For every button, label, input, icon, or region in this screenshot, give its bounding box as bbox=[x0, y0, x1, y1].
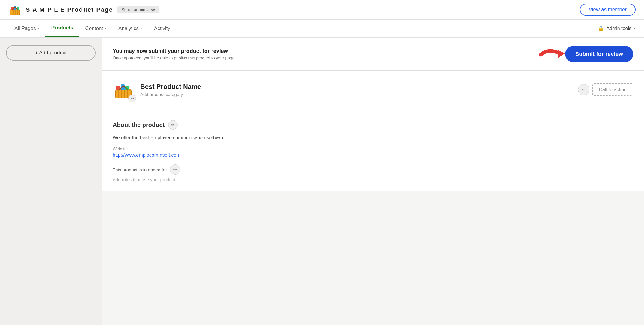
main-layout: + Add product You may now submit your pr… bbox=[0, 38, 644, 325]
admin-badge: Super admin view bbox=[117, 6, 159, 13]
product-card: ✏ Best Product Name Add product category… bbox=[102, 71, 644, 109]
svg-marker-8 bbox=[558, 50, 565, 58]
nav-item-products[interactable]: Products bbox=[45, 20, 79, 37]
website-label: Website bbox=[113, 146, 633, 151]
review-banner: You may now submit your product for revi… bbox=[102, 38, 644, 71]
review-banner-title: You may now submit your product for revi… bbox=[113, 48, 235, 54]
intended-for-row: This product is intended for ✏ bbox=[113, 164, 633, 175]
logo-icon bbox=[8, 3, 22, 16]
review-banner-subtitle: Once approved, you'll be able to publish… bbox=[113, 56, 235, 60]
call-to-action-button[interactable]: Call to action bbox=[592, 83, 634, 96]
nav-item-all-pages[interactable]: All Pages ▾ bbox=[8, 20, 45, 37]
intended-for-label: This product is intended for bbox=[113, 167, 167, 172]
red-arrow-icon bbox=[538, 44, 568, 64]
nav-item-content[interactable]: Content ▾ bbox=[79, 20, 113, 37]
product-category-placeholder: Add product category bbox=[140, 92, 201, 97]
add-roles-placeholder: Add roles that use your product bbox=[113, 177, 633, 182]
submit-for-review-button[interactable]: Submit for review bbox=[565, 46, 633, 62]
about-header: About the product ✏ bbox=[113, 120, 633, 130]
website-link[interactable]: http://www.emplocommsoft.com bbox=[113, 152, 633, 158]
about-description: We offer the best Employee communication… bbox=[113, 135, 633, 140]
sidebar-divider bbox=[6, 66, 96, 66]
cta-edit-button[interactable]: ✏ bbox=[578, 84, 589, 95]
header: S A M P L E Product Page Super admin vie… bbox=[0, 0, 644, 20]
nav-item-analytics[interactable]: Analytics ▾ bbox=[112, 20, 148, 37]
admin-tools-nav[interactable]: 🔒 Admin tools ▾ bbox=[598, 26, 636, 31]
add-product-button[interactable]: + Add product bbox=[6, 45, 96, 61]
all-pages-chevron-icon: ▾ bbox=[37, 26, 39, 30]
review-right: Submit for review bbox=[538, 44, 633, 64]
product-name: Best Product Name bbox=[140, 83, 201, 91]
product-info: Best Product Name Add product category bbox=[140, 83, 201, 97]
review-text: You may now submit your product for revi… bbox=[113, 48, 235, 60]
svg-rect-0 bbox=[10, 10, 20, 15]
call-to-action-wrap: ✏ Call to action bbox=[578, 83, 634, 96]
view-as-member-button[interactable]: View as member bbox=[580, 4, 636, 16]
main-nav: All Pages ▾ Products Content ▾ Analytics… bbox=[0, 20, 644, 38]
intended-for-edit-button[interactable]: ✏ bbox=[170, 164, 180, 175]
product-icon-wrap: ✏ bbox=[113, 79, 134, 101]
site-title: S A M P L E Product Page bbox=[26, 6, 113, 13]
nav-left: All Pages ▾ Products Content ▾ Analytics… bbox=[8, 20, 176, 37]
header-left: S A M P L E Product Page Super admin vie… bbox=[8, 3, 159, 16]
content-area: You may now submit your product for revi… bbox=[102, 38, 644, 325]
sidebar: + Add product bbox=[0, 38, 102, 325]
about-edit-button[interactable]: ✏ bbox=[168, 120, 178, 130]
product-icon-edit-button[interactable]: ✏ bbox=[128, 95, 136, 102]
analytics-chevron-icon: ▾ bbox=[140, 26, 142, 30]
content-chevron-icon: ▾ bbox=[105, 26, 106, 30]
product-left: ✏ Best Product Name Add product category bbox=[113, 79, 201, 101]
nav-item-activity[interactable]: Activity bbox=[148, 20, 176, 37]
about-section: About the product ✏ We offer the best Em… bbox=[102, 109, 644, 191]
about-title: About the product bbox=[113, 122, 165, 128]
lock-icon: 🔒 bbox=[598, 26, 604, 31]
admin-tools-chevron-icon: ▾ bbox=[634, 26, 636, 30]
